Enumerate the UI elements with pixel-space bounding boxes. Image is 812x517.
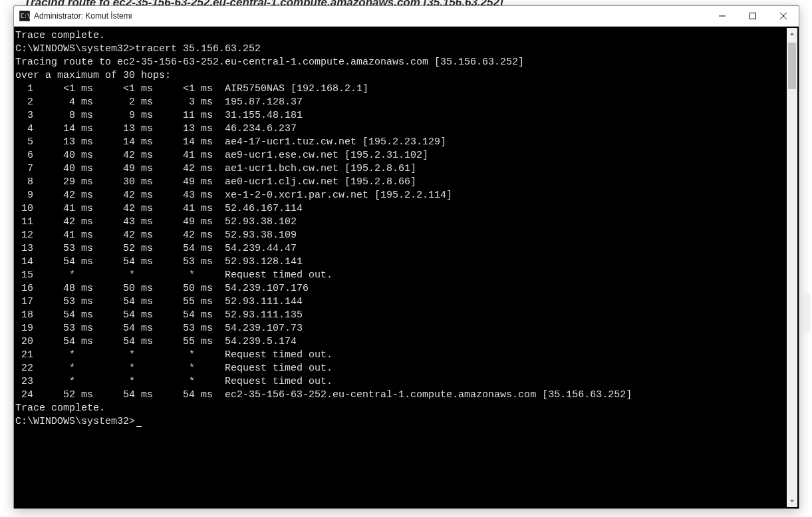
terminal-line: 21 * * * Request timed out. xyxy=(15,349,785,362)
svg-text:C:\: C:\ xyxy=(21,13,30,19)
terminal-line: over a maximum of 30 hops: xyxy=(15,69,785,83)
terminal-line: 23 * * * Request timed out. xyxy=(15,375,785,389)
window-title: Administrator: Komut İstemi xyxy=(34,11,132,21)
terminal-line: 8 29 ms 30 ms 49 ms ae0-ucr1.clj.cw.net … xyxy=(15,176,785,189)
terminal-line: 7 40 ms 49 ms 42 ms ae1-ucr1.bch.cw.net … xyxy=(15,162,785,176)
terminal-line: 3 8 ms 9 ms 11 ms 31.155.48.181 xyxy=(15,109,785,122)
scrollbar-down-button[interactable] xyxy=(787,495,797,507)
terminal-line: 15 * * * Request timed out. xyxy=(15,269,785,282)
terminal-line: 1 <1 ms <1 ms <1 ms AIR5750NAS [192.168.… xyxy=(15,83,785,96)
client-area: Trace complete.C:\WINDOWS\system32>trace… xyxy=(14,27,799,508)
terminal-line: Trace complete. xyxy=(15,29,785,43)
terminal-line: Tracing route to ec2-35-156-63-252.eu-ce… xyxy=(15,56,785,69)
terminal-line: 24 52 ms 54 ms 54 ms ec2-35-156-63-252.e… xyxy=(15,389,785,402)
terminal-line: C:\WINDOWS\system32>tracert 35.156.63.25… xyxy=(15,43,785,56)
terminal-line: 22 * * * Request timed out. xyxy=(15,362,785,375)
terminal-line: 19 53 ms 54 ms 53 ms 54.239.107.73 xyxy=(15,322,785,335)
scrollbar-up-button[interactable] xyxy=(787,28,797,40)
terminal-line: 18 54 ms 54 ms 54 ms 52.93.111.135 xyxy=(15,309,785,322)
svg-rect-2 xyxy=(750,13,756,19)
vertical-scrollbar[interactable] xyxy=(787,28,797,507)
terminal-output[interactable]: Trace complete.C:\WINDOWS\system32>trace… xyxy=(14,27,787,508)
terminal-line: 4 14 ms 13 ms 13 ms 46.234.6.237 xyxy=(15,122,785,136)
scrollbar-track[interactable] xyxy=(787,40,797,495)
terminal-line: C:\WINDOWS\system32> xyxy=(15,415,785,429)
page-scroll-hint xyxy=(801,293,811,333)
close-button[interactable] xyxy=(768,6,799,26)
terminal-line: 17 53 ms 54 ms 55 ms 52.93.111.144 xyxy=(15,295,785,309)
minimize-button[interactable] xyxy=(707,6,738,26)
text-cursor xyxy=(136,415,142,427)
terminal-line: 12 41 ms 42 ms 42 ms 52.93.38.109 xyxy=(15,229,785,242)
titlebar[interactable]: C:\ Administrator: Komut İstemi xyxy=(14,6,799,27)
terminal-line: Trace complete. xyxy=(15,402,785,415)
scrollbar-thumb[interactable] xyxy=(788,43,796,89)
terminal-line: 6 40 ms 42 ms 41 ms ae9-ucr1.ese.cw.net … xyxy=(15,149,785,162)
terminal-line: 11 42 ms 43 ms 49 ms 52.93.38.102 xyxy=(15,216,785,229)
terminal-line: 9 42 ms 42 ms 43 ms xe-1-2-0.xcr1.par.cw… xyxy=(15,189,785,202)
terminal-line: 10 41 ms 42 ms 41 ms 52.46.167.114 xyxy=(15,202,785,216)
cmd-icon: C:\ xyxy=(19,11,30,21)
terminal-line: 20 54 ms 54 ms 55 ms 54.239.5.174 xyxy=(15,335,785,349)
terminal-line: 14 54 ms 54 ms 53 ms 52.93.128.141 xyxy=(15,256,785,269)
terminal-line: 13 53 ms 52 ms 54 ms 54.239.44.47 xyxy=(15,242,785,256)
cmd-window: C:\ Administrator: Komut İstemi Trace co… xyxy=(13,5,799,509)
terminal-line: 16 48 ms 50 ms 50 ms 54.239.107.176 xyxy=(15,282,785,295)
terminal-line: 5 13 ms 14 ms 14 ms ae4-17-ucr1.tuz.cw.n… xyxy=(15,136,785,149)
maximize-button[interactable] xyxy=(738,6,768,26)
terminal-line: 2 4 ms 2 ms 3 ms 195.87.128.37 xyxy=(15,96,785,109)
